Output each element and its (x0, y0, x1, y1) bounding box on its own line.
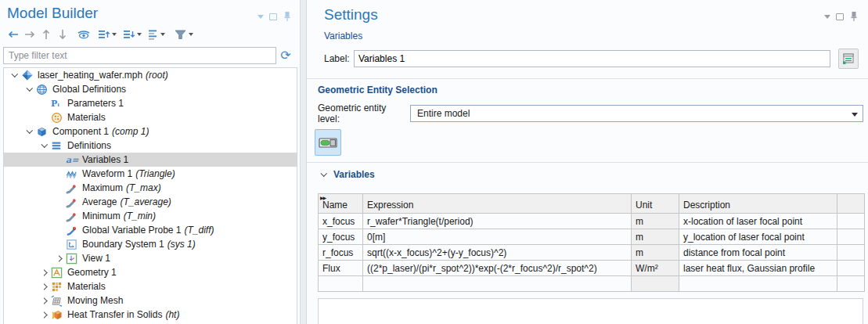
go-forward-icon[interactable] (23, 27, 37, 42)
tree-item-average[interactable]: Average (T_average) (4, 195, 297, 209)
table-empty-area[interactable] (318, 298, 863, 324)
table-row-empty[interactable] (319, 276, 865, 292)
expand-all-button[interactable] (97, 28, 117, 41)
cell-unit: m (632, 229, 679, 245)
filter-button[interactable] (174, 28, 193, 41)
cell-name[interactable]: y_focus (319, 229, 363, 245)
tree-item-definitions[interactable]: Definitions (4, 139, 297, 153)
expand-all-dropdown-icon[interactable] (112, 33, 117, 36)
materials-icon (51, 280, 66, 293)
tree-item-global-definitions[interactable]: Global Definitions (4, 82, 297, 96)
tree-item-heat-transfer-in-solids[interactable]: Heat Transfer in Solids (ht) (4, 308, 297, 322)
geometric-entity-level-label: Geometric entity level: (318, 103, 410, 124)
table-row[interactable]: x_focus r_wafer*Triangle(t/period) m x-l… (319, 214, 865, 229)
float-window-icon[interactable] (269, 13, 277, 20)
table-row[interactable]: Flux ((2*p_laser)/(pi*r_spot^2))*exp(-(2… (319, 261, 865, 276)
geometric-entity-level-select[interactable]: Entire model (410, 105, 863, 122)
column-header-description[interactable]: Description (679, 194, 837, 214)
cell-name[interactable]: r_focus (319, 245, 363, 261)
move-down-icon[interactable] (56, 27, 70, 42)
tree-item-label: Average (82, 196, 117, 207)
chevron-down-icon[interactable] (9, 69, 21, 81)
filter-dropdown-icon[interactable] (189, 33, 193, 36)
chevron-right-icon[interactable] (38, 266, 51, 279)
node-label-dropdown-icon[interactable] (160, 33, 165, 36)
cell-expression[interactable] (363, 276, 632, 292)
settings-title: Settings (324, 6, 378, 23)
tree-item-boundary-system-1[interactable]: Boundary System 1 (sys 1) (4, 237, 297, 251)
chevron-right-icon[interactable] (38, 308, 51, 321)
cell-expression[interactable]: r_wafer*Triangle(t/period) (363, 214, 632, 229)
column-header-unit[interactable]: Unit (632, 194, 679, 214)
move-up-icon[interactable] (39, 27, 53, 42)
tree-item-component-1[interactable]: Component 1 (comp 1) (4, 124, 297, 139)
column-header-expression[interactable]: Expression (363, 194, 632, 214)
chevron-right-icon[interactable] (53, 252, 66, 265)
label-input[interactable] (354, 50, 830, 67)
cell-expression[interactable]: ((2*p_laser)/(pi*r_spot^2))*exp(-(2*r_fo… (363, 261, 632, 276)
chevron-down-icon[interactable] (23, 83, 36, 95)
chevron-spacer (53, 224, 66, 236)
cell-description[interactable] (679, 276, 837, 292)
collapse-all-button[interactable] (122, 28, 142, 41)
tree-item-maximum[interactable]: Maximum (T_max) (4, 181, 297, 195)
panel-menu-icon[interactable] (824, 15, 830, 19)
rename-button[interactable] (838, 49, 859, 69)
refresh-icon[interactable]: ⟳ (276, 48, 295, 63)
moving-mesh-icon (51, 294, 66, 307)
column-header-name[interactable]: ▶▶Name (319, 194, 363, 214)
cell-name[interactable] (319, 276, 363, 292)
cell-expression[interactable]: sqrt((x-x_focus)^2+(y-y_focus)^2) (363, 245, 632, 261)
chevron-down-icon[interactable] (38, 139, 51, 152)
tree-item-tag: (ht) (165, 309, 179, 320)
tree-item-view-1[interactable]: View 1 (4, 251, 297, 265)
cell-expression[interactable]: 0[m] (363, 229, 632, 245)
tree-item-geometry-1[interactable]: Geometry 1 (4, 265, 297, 279)
component-cube-icon (36, 125, 51, 138)
active-selection-toggle-button[interactable] (315, 129, 341, 156)
cell-name[interactable]: Flux (319, 261, 363, 276)
chevron-spacer (38, 111, 51, 124)
parameters-icon: Pᵢ (51, 97, 66, 110)
variables-icon: a= (66, 153, 81, 166)
tree-item-label: View 1 (82, 253, 110, 264)
cell-description[interactable]: distance from focal point (679, 245, 837, 261)
chevron-down-icon[interactable] (23, 125, 36, 138)
tree-item-variables-1[interactable]: a= Variables 1 (4, 153, 297, 167)
cell-description[interactable]: laser heat flux, Gaussian profile (679, 261, 837, 276)
tree-item-label: Definitions (67, 140, 111, 151)
collapse-all-dropdown-icon[interactable] (137, 33, 142, 36)
tree-item-global-materials[interactable]: Materials (4, 110, 297, 124)
chevron-spacer (53, 210, 66, 222)
pin-icon[interactable] (849, 11, 859, 22)
go-back-icon[interactable] (6, 27, 20, 42)
tree-item-label: Moving Mesh (67, 295, 123, 306)
probe-icon (66, 210, 81, 222)
tree-item-moving-mesh[interactable]: Moving Mesh (4, 293, 297, 308)
table-row[interactable]: r_focus sqrt((x-x_focus)^2+(y-y_focus)^2… (319, 245, 865, 261)
section-collapse-icon[interactable] (318, 168, 330, 181)
tree-item-waveform-1[interactable]: Waveform 1 (Triangle) (4, 167, 297, 181)
settings-panel: Settings Variables Label: Geometric Enti… (306, 0, 868, 324)
cell-name[interactable]: x_focus (319, 214, 363, 229)
float-window-icon[interactable] (836, 13, 844, 20)
chevron-right-icon[interactable] (38, 280, 51, 293)
cell-description[interactable]: y_location of laser focal point (679, 229, 837, 245)
tree-item-label: Boundary System 1 (82, 239, 164, 250)
cell-description[interactable]: x-location of laser focal point (679, 214, 837, 229)
panel-menu-icon[interactable] (258, 15, 264, 19)
tree-item-materials[interactable]: Materials (4, 279, 297, 293)
tree-item-root[interactable]: laser_heating_wafer.mph (root) (4, 68, 297, 82)
view-icon (66, 252, 81, 265)
show-icon[interactable] (76, 27, 92, 42)
pin-icon[interactable] (283, 11, 292, 22)
cell-unit: m (632, 245, 679, 261)
tree-item-minimum[interactable]: Minimum (T_min) (4, 209, 297, 223)
tree-item-parameters[interactable]: Pᵢ Parameters 1 (4, 96, 297, 110)
tree-item-global-variable-probe-1[interactable]: Global Variable Probe 1 (T_diff) (4, 223, 297, 237)
materials-globe-icon (51, 111, 66, 124)
filter-input[interactable] (3, 47, 276, 64)
chevron-right-icon[interactable] (38, 294, 51, 307)
table-row[interactable]: y_focus 0[m] m y_location of laser focal… (319, 229, 865, 245)
node-label-options-button[interactable] (147, 28, 165, 41)
